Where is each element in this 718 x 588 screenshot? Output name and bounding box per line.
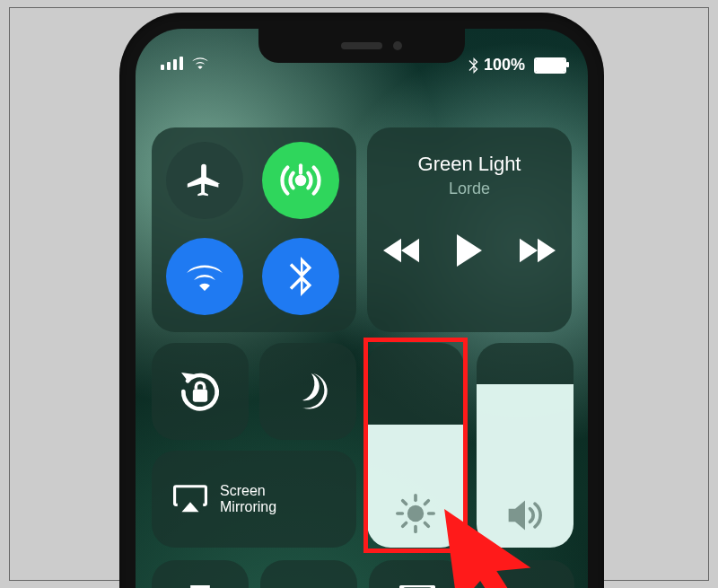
- screenshot-frame: 100%: [9, 7, 709, 581]
- wifi-status-icon: [190, 56, 210, 70]
- airdrop-icon: [278, 158, 323, 203]
- svg-line-8: [403, 501, 407, 505]
- music-artist: Lorde: [449, 180, 490, 198]
- timer-button[interactable]: [260, 560, 357, 588]
- previous-track-button[interactable]: [383, 238, 419, 263]
- bluetooth-status-icon: [468, 57, 478, 74]
- svg-line-10: [403, 522, 407, 526]
- rotation-lock-icon: [175, 366, 225, 417]
- notch: [258, 29, 465, 63]
- svg-point-0: [297, 177, 304, 184]
- battery-percent-label: 100%: [484, 56, 525, 75]
- battery-icon: [534, 57, 566, 74]
- cell-signal-icon: [161, 57, 183, 70]
- music-title: Green Light: [418, 153, 521, 176]
- music-tile[interactable]: Green Light Lorde: [367, 127, 572, 332]
- music-controls: [383, 234, 556, 267]
- moon-icon: [286, 370, 329, 413]
- airplane-icon: [184, 160, 225, 201]
- phone-screen: 100%: [136, 29, 588, 588]
- do-not-disturb-button[interactable]: [259, 343, 356, 440]
- svg-line-11: [425, 501, 428, 505]
- svg-line-9: [425, 522, 428, 526]
- rotation-lock-button[interactable]: [152, 343, 249, 440]
- svg-point-3: [407, 505, 424, 522]
- airplane-mode-button[interactable]: [166, 142, 243, 219]
- phone-body: 100%: [119, 13, 604, 588]
- bluetooth-icon: [289, 257, 312, 296]
- annotation-cursor-arrow: [441, 509, 539, 588]
- connectivity-tile: [152, 127, 356, 332]
- bluetooth-button[interactable]: [262, 238, 339, 315]
- next-track-button[interactable]: [520, 238, 556, 263]
- screen-mirroring-label: Screen Mirroring: [220, 483, 276, 515]
- flashlight-button[interactable]: [152, 560, 249, 588]
- screen-mirroring-button[interactable]: Screen Mirroring: [152, 451, 356, 548]
- airdrop-button[interactable]: [262, 142, 339, 219]
- wifi-icon: [183, 259, 226, 294]
- airplay-icon: [173, 485, 207, 513]
- play-button[interactable]: [455, 234, 484, 267]
- brightness-icon: [396, 494, 435, 533]
- svg-rect-2: [193, 390, 207, 402]
- wifi-button[interactable]: [166, 238, 243, 315]
